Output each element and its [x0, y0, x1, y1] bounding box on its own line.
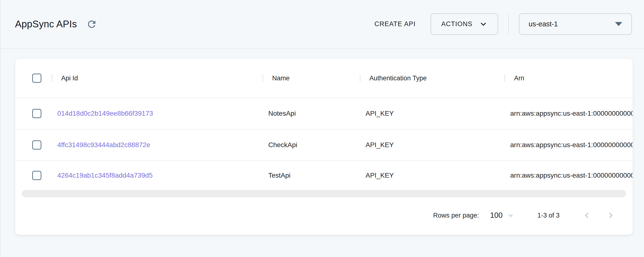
window-left-edge — [0, 0, 0, 257]
column-header-label: Name — [272, 74, 290, 82]
pagination-bar: Rows per page: 100 1-3 of 3 — [15, 197, 633, 234]
horizontal-scrollbar[interactable] — [22, 190, 626, 197]
top-bar-actions: CREATE API ACTIONS us-east-1 — [370, 13, 632, 35]
refresh-button[interactable] — [86, 19, 97, 30]
actions-button-label: ACTIONS — [441, 20, 472, 28]
table-row[interactable]: 4264c19ab1c345f8add4a739d5 TestApi API_K… — [15, 161, 633, 190]
column-separator — [360, 74, 360, 82]
rows-per-page-select[interactable]: 100 — [490, 211, 513, 220]
chevron-down-icon — [479, 20, 488, 28]
column-header-label: Api Id — [61, 74, 78, 82]
caret-down-icon — [615, 22, 622, 26]
api-id-cell: 4264c19ab1c345f8add4a739d5 — [52, 172, 262, 179]
select-all-checkbox[interactable] — [32, 74, 41, 83]
column-header-label: Arn — [514, 74, 524, 82]
api-id-cell: 4ffc31498c93444abd2c88872e — [52, 141, 262, 149]
header-checkbox-cell — [15, 74, 52, 83]
row-checkbox[interactable] — [32, 140, 41, 150]
next-page-button[interactable] — [606, 210, 616, 220]
table-row[interactable]: 4ffc31498c93444abd2c88872e CheckApi API_… — [15, 130, 633, 161]
apis-card: Api Id Name Authentication Type Arn — [15, 59, 633, 235]
row-checkbox-cell — [15, 140, 52, 150]
column-header-name[interactable]: Name — [262, 59, 360, 98]
pagination-range-label: 1-3 of 3 — [537, 212, 560, 219]
api-id-cell: 014d18d0c2b149ee8b66f39173 — [52, 110, 262, 117]
chevron-left-icon — [582, 211, 591, 220]
arn-cell: arn:aws:appsync:us-east-1:000000000000 — [504, 141, 633, 149]
grid-scroll-area: Api Id Name Authentication Type Arn — [15, 59, 633, 190]
column-header-arn[interactable]: Arn — [504, 59, 633, 98]
row-checkbox-cell — [15, 171, 52, 180]
rows-per-page-value: 100 — [490, 211, 503, 220]
row-checkbox[interactable] — [32, 109, 41, 118]
column-header-label: Authentication Type — [370, 74, 427, 82]
toolbar-divider — [508, 14, 509, 34]
actions-dropdown-button[interactable]: ACTIONS — [430, 13, 498, 35]
refresh-icon — [86, 19, 97, 30]
arn-cell: arn:aws:appsync:us-east-1:000000000000 — [504, 172, 633, 179]
table-row[interactable]: 014d18d0c2b149ee8b66f39173 NotesApi API_… — [15, 98, 633, 130]
column-separator — [262, 74, 263, 82]
page-title: AppSync APIs — [15, 19, 77, 30]
auth-type-cell: API_KEY — [360, 141, 504, 149]
previous-page-button[interactable] — [582, 210, 592, 220]
column-separator — [52, 74, 52, 82]
name-cell: NotesApi — [262, 110, 360, 117]
arn-cell: arn:aws:appsync:us-east-1:000000000000 — [504, 110, 633, 117]
chevron-right-icon — [606, 211, 615, 220]
api-id-link[interactable]: 4264c19ab1c345f8add4a739d5 — [57, 172, 153, 179]
table-header-row: Api Id Name Authentication Type Arn — [15, 59, 633, 98]
top-bar: AppSync APIs CREATE API ACTIONS us-east-… — [0, 0, 644, 49]
column-header-authentication-type[interactable]: Authentication Type — [360, 59, 504, 98]
rows-per-page-label: Rows per page: — [433, 212, 479, 219]
caret-down-icon — [508, 215, 513, 218]
region-select-value: us-east-1 — [528, 20, 558, 28]
region-select[interactable]: us-east-1 — [519, 13, 632, 35]
auth-type-cell: API_KEY — [360, 110, 504, 117]
api-id-link[interactable]: 4ffc31498c93444abd2c88872e — [57, 141, 150, 148]
column-header-api-id[interactable]: Api Id — [52, 59, 262, 98]
api-id-link[interactable]: 014d18d0c2b149ee8b66f39173 — [57, 110, 153, 117]
column-separator — [504, 74, 505, 82]
row-checkbox[interactable] — [32, 171, 41, 180]
create-api-button[interactable]: CREATE API — [370, 18, 420, 30]
window-top-edge — [0, 0, 644, 0]
apis-table: Api Id Name Authentication Type Arn — [15, 59, 633, 190]
name-cell: CheckApi — [262, 141, 360, 149]
auth-type-cell: API_KEY — [360, 172, 504, 179]
name-cell: TestApi — [262, 172, 360, 179]
row-checkbox-cell — [15, 109, 52, 118]
